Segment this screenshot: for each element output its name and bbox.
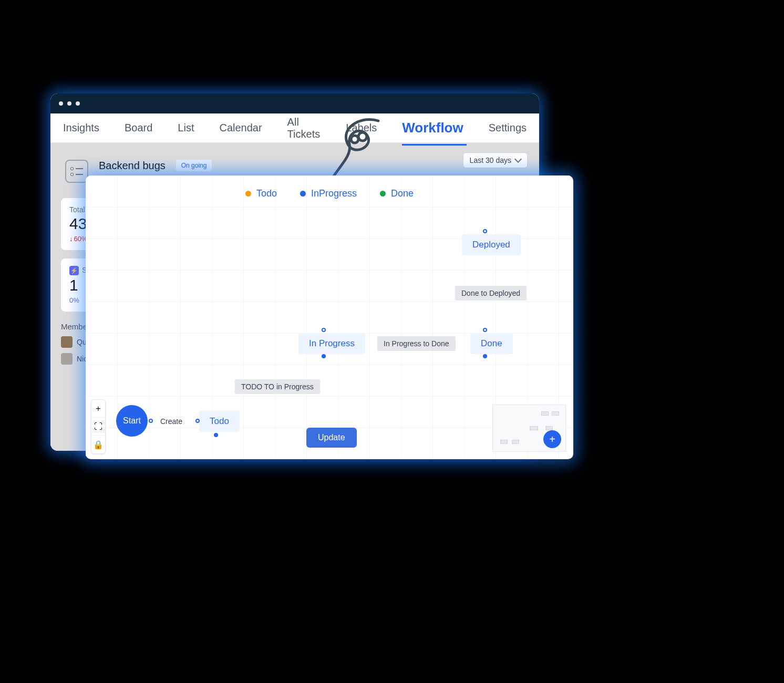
dot-icon: [245, 191, 251, 196]
node-todo[interactable]: Todo: [199, 411, 240, 432]
window-titlebar: [50, 94, 539, 113]
status-legend: Todo InProgress Done: [245, 188, 414, 199]
legend-item-todo: Todo: [245, 188, 277, 199]
tab-labels[interactable]: Labels: [346, 122, 377, 134]
tab-settings[interactable]: Settings: [489, 122, 527, 134]
window-dot-icon: [59, 101, 63, 106]
member-name: Qu: [77, 338, 87, 346]
node-port[interactable]: [483, 229, 487, 233]
edge-label-done-deployed[interactable]: Done to Deployed: [455, 286, 527, 301]
node-port[interactable]: [322, 354, 326, 358]
node-inprogress[interactable]: In Progress: [298, 333, 365, 354]
zoom-lock-button[interactable]: 🔒: [91, 436, 105, 453]
zoom-controls: + ⛶ 🔒: [91, 399, 106, 454]
dot-icon: [380, 191, 386, 196]
legend-item-inprogress: InProgress: [300, 188, 357, 199]
tab-insights[interactable]: Insights: [63, 122, 99, 134]
tab-all-tickets[interactable]: All Tickets: [287, 116, 321, 140]
tab-board[interactable]: Board: [125, 122, 152, 134]
node-deployed[interactable]: Deployed: [462, 234, 521, 255]
edge-label-todo-inprogress[interactable]: TODO TO in Progress: [235, 379, 320, 394]
dot-icon: [300, 191, 306, 196]
bolt-icon: ⚡: [69, 266, 79, 275]
minimap[interactable]: +: [492, 405, 566, 452]
node-port[interactable]: [149, 419, 153, 423]
legend-item-done: Done: [380, 188, 414, 199]
legend-label: InProgress: [311, 188, 357, 199]
checklist-icon: [65, 160, 88, 183]
node-port[interactable]: [483, 354, 487, 358]
legend-label: Done: [391, 188, 414, 199]
zoom-in-button[interactable]: +: [91, 400, 105, 418]
legend-label: Todo: [256, 188, 277, 199]
zoom-fit-button[interactable]: ⛶: [91, 418, 105, 436]
date-range-select[interactable]: Last 30 days: [463, 152, 528, 168]
tab-list[interactable]: List: [178, 122, 194, 134]
avatar: [61, 353, 73, 365]
node-port[interactable]: [483, 328, 487, 332]
update-button[interactable]: Update: [306, 428, 357, 448]
project-title: Backend bugs: [99, 160, 166, 172]
status-badge: On going: [176, 160, 212, 171]
chevron-down-icon: [514, 156, 522, 163]
avatar: [61, 336, 73, 348]
tab-calendar[interactable]: Calendar: [219, 122, 262, 134]
node-port[interactable]: [214, 433, 218, 437]
node-port[interactable]: [195, 419, 200, 423]
window-dot-icon: [67, 101, 71, 106]
node-start[interactable]: Start: [116, 405, 148, 437]
node-done[interactable]: Done: [470, 333, 513, 354]
window-dot-icon: [76, 101, 80, 106]
node-port[interactable]: [322, 328, 326, 332]
workflow-editor-panel: Todo InProgress Done: [86, 175, 573, 459]
nav-tabs: Insights Board List Calendar All Tickets…: [50, 113, 539, 143]
tab-workflow[interactable]: Workflow: [402, 120, 463, 136]
date-range-label: Last 30 days: [470, 156, 511, 164]
arrow-down-icon: ↓: [69, 235, 73, 243]
add-node-button[interactable]: +: [543, 430, 561, 448]
edge-label-inprogress-done[interactable]: In Progress to Done: [377, 336, 456, 351]
edge-label-create[interactable]: Create: [158, 416, 184, 427]
